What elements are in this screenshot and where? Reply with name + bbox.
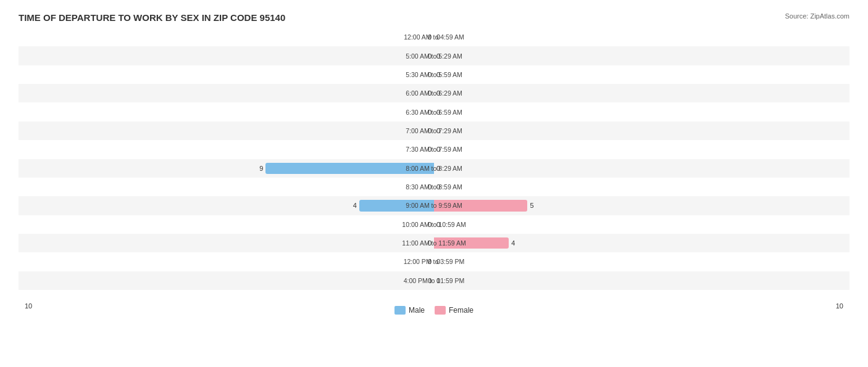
time-label-text: 10:00 AM to 10:59 AM [398, 220, 469, 229]
left-section: 0 [19, 215, 434, 234]
time-label-text: 4:00 PM to 11:59 PM [400, 276, 469, 286]
chart-area: 0 12:00 AM to 4:59 AM 0 0 5:00 AM to 5:2… [19, 28, 849, 315]
time-label: 6:00 AM to 6:29 AM [402, 84, 466, 102]
time-label: 5:30 AM to 5:59 AM [402, 65, 466, 84]
table-row: 4 9:00 AM to 9:59 AM 5 [19, 196, 849, 215]
right-section: 0 [434, 159, 849, 178]
left-section: 0 [19, 46, 434, 65]
time-label-text: 7:00 AM to 7:29 AM [402, 126, 466, 136]
table-row: 0 12:00 PM to 3:59 PM 0 [19, 252, 849, 271]
axis-left-label: 10 [25, 302, 32, 310]
table-row: 9 8:00 AM to 8:29 AM 0 [19, 159, 849, 178]
table-row: 0 5:30 AM to 5:59 AM 0 [19, 65, 849, 84]
male-label: Male [409, 306, 425, 315]
female-label: Female [449, 306, 474, 315]
chart-container: TIME OF DEPARTURE TO WORK BY SEX IN ZIP … [0, 0, 868, 367]
male-value: 9 [251, 165, 263, 172]
time-label: 6:30 AM to 6:59 AM [402, 102, 466, 121]
table-row: 0 6:00 AM to 6:29 AM 0 [19, 84, 849, 102]
left-section: 0 [19, 84, 434, 102]
table-row: 0 11:00 AM to 11:59 AM 4 [19, 234, 849, 252]
left-section: 0 [19, 271, 434, 290]
time-label-text: 5:00 AM to 5:29 AM [402, 51, 466, 61]
right-section: 5 [434, 196, 849, 215]
time-label-text: 6:30 AM to 6:59 AM [402, 107, 466, 117]
time-label: 12:00 PM to 3:59 PM [400, 252, 469, 271]
female-color-box [435, 306, 446, 315]
time-label-text: 8:30 AM to 8:59 AM [402, 182, 466, 192]
right-section: 0 [434, 102, 849, 121]
left-section: 4 [19, 196, 434, 215]
left-section: 0 [19, 234, 434, 252]
time-label: 5:00 AM to 5:29 AM [402, 46, 466, 65]
female-value: 4 [511, 239, 524, 247]
time-label: 12:00 AM to 4:59 AM [400, 28, 467, 46]
time-label: 7:30 AM to 7:59 AM [402, 140, 466, 159]
table-row: 0 5:00 AM to 5:29 AM 0 [19, 46, 849, 65]
time-label: 4:00 PM to 11:59 PM [400, 271, 469, 290]
right-section: 0 [434, 215, 849, 234]
right-section: 0 [434, 178, 849, 196]
right-section: 0 [434, 46, 849, 65]
time-label: 7:00 AM to 7:29 AM [402, 122, 466, 140]
table-row: 0 4:00 PM to 11:59 PM 0 [19, 271, 849, 290]
time-label-text: 12:00 AM to 4:59 AM [400, 32, 467, 42]
right-section: 0 [434, 140, 849, 159]
legend-male: Male [394, 306, 425, 315]
left-section: 0 [19, 102, 434, 121]
left-section: 0 [19, 122, 434, 140]
chart-title: TIME OF DEPARTURE TO WORK BY SEX IN ZIP … [19, 12, 849, 23]
time-label-text: 9:00 AM to 9:59 AM [402, 200, 466, 210]
time-label: 8:30 AM to 8:59 AM [402, 178, 466, 196]
right-section: 0 [434, 84, 849, 102]
left-section: 0 [19, 178, 434, 196]
left-section: 0 [19, 140, 434, 159]
time-label: 10:00 AM to 10:59 AM [398, 215, 469, 234]
time-label: 11:00 AM to 11:59 AM [398, 234, 469, 252]
left-section: 9 [19, 159, 434, 178]
legend-female: Female [435, 306, 474, 315]
table-row: 0 8:30 AM to 8:59 AM 0 [19, 178, 849, 196]
axis-right-label: 10 [836, 302, 843, 310]
female-value: 5 [530, 202, 542, 209]
table-row: 0 10:00 AM to 10:59 AM 0 [19, 215, 849, 234]
time-label-text: 8:00 AM to 8:29 AM [402, 163, 466, 173]
right-section: 0 [434, 122, 849, 140]
right-section: 0 [434, 28, 849, 46]
right-section: 4 [434, 234, 849, 252]
right-section: 0 [434, 65, 849, 84]
table-row: 0 7:30 AM to 7:59 AM 0 [19, 140, 849, 159]
time-label-text: 11:00 AM to 11:59 AM [398, 238, 469, 248]
legend: Male Female [394, 306, 474, 315]
left-section: 0 [19, 65, 434, 84]
table-row: 0 12:00 AM to 4:59 AM 0 [19, 28, 849, 46]
left-section: 0 [19, 28, 434, 46]
time-label: 8:00 AM to 8:29 AM [402, 159, 466, 178]
male-color-box [394, 306, 406, 315]
time-label-text: 12:00 PM to 3:59 PM [400, 257, 469, 266]
male-value: 4 [344, 202, 357, 209]
table-row: 0 6:30 AM to 6:59 AM 0 [19, 102, 849, 121]
source-text: Source: ZipAtlas.com [785, 12, 849, 20]
time-label-text: 6:00 AM to 6:29 AM [402, 88, 466, 98]
rows-container: 0 12:00 AM to 4:59 AM 0 0 5:00 AM to 5:2… [19, 28, 849, 290]
right-section: 0 [434, 252, 849, 271]
time-label: 9:00 AM to 9:59 AM [402, 196, 466, 215]
right-section: 0 [434, 271, 849, 290]
table-row: 0 7:00 AM to 7:29 AM 0 [19, 122, 849, 140]
time-label-text: 7:30 AM to 7:59 AM [402, 144, 466, 154]
left-section: 0 [19, 252, 434, 271]
time-label-text: 5:30 AM to 5:59 AM [402, 70, 466, 80]
